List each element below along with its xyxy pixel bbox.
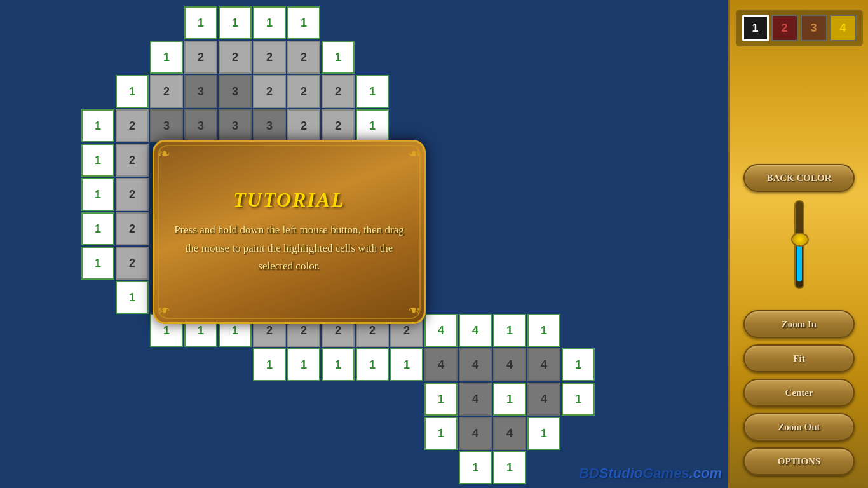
tutorial-text: Press and hold down the left mouse butto…	[173, 221, 405, 276]
branding-text: BDStudioGames.com	[579, 465, 722, 481]
cell[interactable]: 2	[116, 247, 149, 280]
cell[interactable]: 1	[81, 178, 114, 211]
right-panel: 1 2 3 4 BACK COLOR Zoom In Fit Center Zo…	[728, 0, 868, 488]
cell[interactable]: 4	[459, 417, 492, 450]
color-option-4[interactable]: 4	[830, 15, 857, 41]
cell[interactable]: 2	[253, 41, 286, 74]
corner-decoration-tl: ❧	[158, 145, 183, 170]
cell[interactable]: 2	[116, 109, 149, 142]
cell[interactable]: 2	[116, 212, 149, 245]
cell[interactable]: 3	[219, 109, 252, 142]
cell[interactable]: 1	[356, 109, 389, 142]
cell[interactable]: 1	[287, 6, 320, 39]
zoom-slider[interactable]	[794, 200, 804, 302]
cell[interactable]: 1	[81, 144, 114, 177]
cell[interactable]: 4	[424, 348, 458, 381]
cell[interactable]: 1	[424, 417, 458, 450]
corner-decoration-tr: ❧	[395, 145, 421, 170]
cell[interactable]: 3	[150, 109, 183, 142]
options-button[interactable]: OPTIONS	[743, 447, 855, 475]
cell[interactable]: 4	[493, 348, 526, 381]
cell[interactable]: 2	[150, 75, 183, 108]
cell[interactable]: 1	[253, 6, 286, 39]
cell[interactable]: 2	[287, 109, 320, 142]
cell[interactable]: 2	[253, 75, 286, 108]
center-button[interactable]: Center	[743, 379, 855, 407]
cell[interactable]: 1	[81, 212, 114, 245]
cell[interactable]: 2	[322, 75, 355, 108]
cell[interactable]: 1	[562, 348, 595, 381]
cell[interactable]: 4	[424, 314, 458, 347]
cell[interactable]: 4	[459, 383, 492, 416]
color-option-2[interactable]: 2	[771, 15, 798, 41]
cell[interactable]: 1	[562, 383, 595, 416]
fit-button[interactable]: Fit	[743, 344, 855, 372]
cell[interactable]: 1	[116, 75, 149, 108]
cell[interactable]: 1	[253, 348, 286, 381]
cell[interactable]: 1	[322, 41, 355, 74]
cell[interactable]: 1	[493, 314, 526, 347]
cell[interactable]: 1	[322, 348, 355, 381]
cell[interactable]: 1	[184, 6, 217, 39]
cell[interactable]: 2	[219, 41, 252, 74]
cell[interactable]: 2	[287, 41, 320, 74]
corner-decoration-br: ❧	[395, 294, 421, 319]
zoom-slider-track[interactable]	[794, 200, 804, 289]
cell[interactable]: 4	[527, 348, 560, 381]
cell[interactable]: 1	[356, 348, 389, 381]
cell[interactable]: 2	[116, 178, 149, 211]
cell[interactable]: 3	[184, 109, 217, 142]
cell[interactable]: 4	[459, 348, 492, 381]
cell[interactable]: 1	[356, 75, 389, 108]
cell[interactable]: 3	[184, 75, 217, 108]
cell[interactable]: 3	[253, 109, 286, 142]
zoom-in-button[interactable]: Zoom In	[743, 310, 855, 338]
cell[interactable]: 1	[459, 451, 492, 484]
cell[interactable]: 2	[116, 144, 149, 177]
color-selector[interactable]: 1 2 3 4	[736, 10, 863, 46]
cell[interactable]: 1	[493, 451, 526, 484]
tutorial-title: TUTORIAL	[233, 188, 344, 212]
cell[interactable]: 1	[493, 383, 526, 416]
cell[interactable]: 1	[527, 417, 560, 450]
cell[interactable]: 2	[287, 75, 320, 108]
cell[interactable]: 3	[219, 75, 252, 108]
branding: BDStudioGames.com	[579, 465, 722, 482]
cell[interactable]: 1	[390, 348, 423, 381]
cell[interactable]: 2	[184, 41, 217, 74]
tutorial-box: ❧ ❧ ❧ ❧ TUTORIAL Press and hold down the…	[153, 140, 426, 324]
cell[interactable]: 1	[287, 348, 320, 381]
cell[interactable]: 1	[219, 6, 252, 39]
cell[interactable]: 4	[493, 417, 526, 450]
color-option-1[interactable]: 1	[742, 15, 769, 41]
zoom-out-button[interactable]: Zoom Out	[743, 413, 855, 441]
zoom-slider-fill	[797, 243, 802, 281]
cell[interactable]: 1	[81, 247, 114, 280]
cell[interactable]: 1	[81, 109, 114, 142]
cell[interactable]: 1	[527, 314, 560, 347]
cell[interactable]: 2	[322, 109, 355, 142]
zoom-slider-thumb[interactable]	[791, 233, 809, 247]
corner-decoration-bl: ❧	[158, 294, 183, 319]
cell[interactable]: 1	[424, 383, 458, 416]
cell[interactable]: 4	[527, 383, 560, 416]
cell[interactable]: 1	[116, 281, 149, 314]
color-option-3[interactable]: 3	[801, 15, 827, 41]
cell[interactable]: 4	[459, 314, 492, 347]
back-color-button[interactable]: BACK COLOR	[743, 164, 855, 192]
cell[interactable]: 1	[150, 41, 183, 74]
